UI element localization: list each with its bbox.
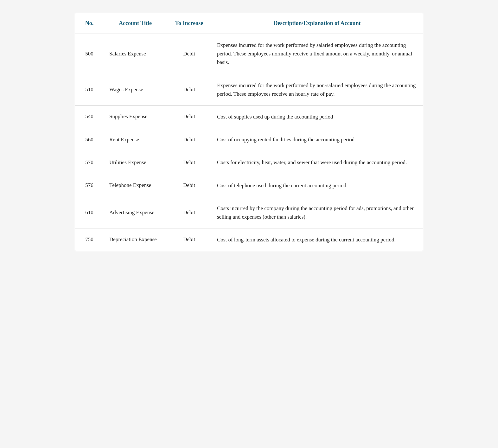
cell-description: Cost of occupying rented facilities duri… bbox=[211, 128, 423, 151]
table-body: 500Salaries ExpenseDebitExpenses incurre… bbox=[75, 34, 423, 251]
header-account-title: Account Title bbox=[104, 13, 167, 34]
cell-to-increase: Debit bbox=[167, 228, 211, 251]
table-row: 510Wages ExpenseDebitExpenses incurred f… bbox=[75, 74, 423, 105]
cell-description: Cost of supplies used up during the acco… bbox=[211, 105, 423, 128]
main-table-container: No. Account Title To Increase Descriptio… bbox=[75, 13, 423, 251]
table-row: 610Advertising ExpenseDebitCosts incurre… bbox=[75, 197, 423, 228]
cell-description: Costs incurred by the company during the… bbox=[211, 197, 423, 228]
cell-no: 510 bbox=[75, 74, 104, 105]
cell-description: Expenses incurred for the work performed… bbox=[211, 74, 423, 105]
table-row: 576Telephone ExpenseDebitCost of telepho… bbox=[75, 174, 423, 197]
cell-to-increase: Debit bbox=[167, 197, 211, 228]
table-header-row: No. Account Title To Increase Descriptio… bbox=[75, 13, 423, 34]
cell-to-increase: Debit bbox=[167, 151, 211, 174]
table-row: 560Rent ExpenseDebitCost of occupying re… bbox=[75, 128, 423, 151]
table-row: 570Utilities ExpenseDebitCosts for elect… bbox=[75, 151, 423, 174]
cell-to-increase: Debit bbox=[167, 174, 211, 197]
cell-no: 750 bbox=[75, 228, 104, 251]
table-row: 750Depreciation ExpenseDebitCost of long… bbox=[75, 228, 423, 251]
accounts-table: No. Account Title To Increase Descriptio… bbox=[75, 13, 423, 251]
cell-account-title: Salaries Expense bbox=[104, 34, 167, 74]
cell-description: Costs for electricity, heat, water, and … bbox=[211, 151, 423, 174]
header-no: No. bbox=[75, 13, 104, 34]
cell-no: 570 bbox=[75, 151, 104, 174]
cell-to-increase: Debit bbox=[167, 34, 211, 74]
cell-no: 540 bbox=[75, 105, 104, 128]
cell-to-increase: Debit bbox=[167, 128, 211, 151]
cell-no: 500 bbox=[75, 34, 104, 74]
cell-to-increase: Debit bbox=[167, 105, 211, 128]
table-row: 540Supplies ExpenseDebitCost of supplies… bbox=[75, 105, 423, 128]
cell-to-increase: Debit bbox=[167, 74, 211, 105]
header-description: Description/Explanation of Account bbox=[211, 13, 423, 34]
cell-description: Expenses incurred for the work performed… bbox=[211, 34, 423, 74]
cell-account-title: Supplies Expense bbox=[104, 105, 167, 128]
cell-account-title: Rent Expense bbox=[104, 128, 167, 151]
cell-account-title: Wages Expense bbox=[104, 74, 167, 105]
cell-description: Cost of telephone used during the curren… bbox=[211, 174, 423, 197]
cell-account-title: Depreciation Expense bbox=[104, 228, 167, 251]
cell-no: 610 bbox=[75, 197, 104, 228]
cell-no: 576 bbox=[75, 174, 104, 197]
table-row: 500Salaries ExpenseDebitExpenses incurre… bbox=[75, 34, 423, 74]
cell-no: 560 bbox=[75, 128, 104, 151]
cell-account-title: Telephone Expense bbox=[104, 174, 167, 197]
cell-account-title: Advertising Expense bbox=[104, 197, 167, 228]
cell-description: Cost of long-term assets allocated to ex… bbox=[211, 228, 423, 251]
header-to-increase: To Increase bbox=[167, 13, 211, 34]
cell-account-title: Utilities Expense bbox=[104, 151, 167, 174]
